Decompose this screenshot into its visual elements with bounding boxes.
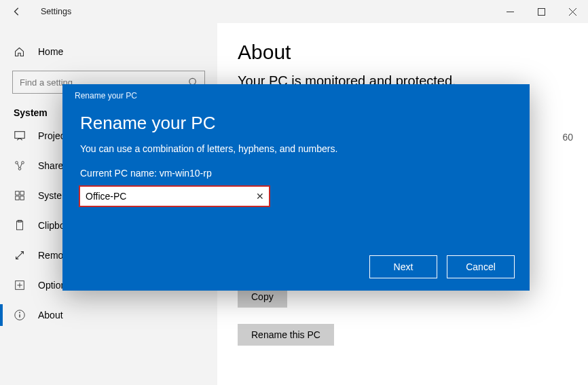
sidebar-home[interactable]: Home [0, 38, 217, 65]
maximize-icon[interactable] [526, 0, 557, 23]
pc-name-input-wrap[interactable]: ✕ [79, 185, 270, 207]
titlebar: Settings [0, 0, 588, 23]
svg-rect-12 [17, 221, 23, 230]
svg-point-19 [19, 312, 20, 314]
rename-dialog: Rename your PC Rename your PC You can us… [62, 84, 530, 291]
sidebar-item-label: About [38, 310, 63, 320]
dialog-current-name: Current PC name: vm-win10-rp [62, 154, 530, 183]
svg-rect-8 [16, 191, 19, 195]
svg-point-5 [16, 162, 18, 164]
svg-rect-11 [20, 196, 24, 200]
shared-icon [14, 160, 29, 172]
cancel-button[interactable]: Cancel [447, 255, 515, 278]
back-icon[interactable] [12, 7, 26, 16]
about-icon [14, 309, 29, 321]
window-title: Settings [41, 7, 71, 16]
pc-name-input[interactable] [80, 191, 251, 202]
dialog-message: You can use a combination of letters, hy… [62, 138, 530, 154]
sidebar-item-about[interactable]: About [0, 300, 217, 330]
close-icon[interactable] [557, 0, 588, 23]
svg-rect-10 [16, 196, 19, 200]
home-icon [14, 46, 29, 58]
next-button[interactable]: Next [369, 255, 437, 278]
svg-rect-9 [20, 191, 24, 195]
optional-icon [14, 279, 29, 291]
minimize-icon[interactable] [494, 0, 526, 23]
svg-rect-4 [15, 132, 24, 139]
page-title: About [238, 41, 568, 64]
remote-icon [14, 249, 29, 261]
rename-pc-button[interactable]: Rename this PC [238, 324, 334, 346]
partial-spec-value: 60 [562, 132, 573, 143]
projecting-icon [14, 130, 29, 142]
clipboard-icon [14, 219, 29, 232]
sidebar-home-label: Home [38, 46, 63, 57]
clear-input-icon[interactable]: ✕ [251, 191, 269, 202]
components-icon [14, 189, 29, 202]
dialog-caption: Rename your PC [62, 84, 530, 100]
svg-rect-1 [538, 8, 545, 15]
svg-point-7 [18, 168, 21, 170]
dialog-title: Rename your PC [62, 100, 530, 138]
svg-point-6 [22, 162, 24, 164]
